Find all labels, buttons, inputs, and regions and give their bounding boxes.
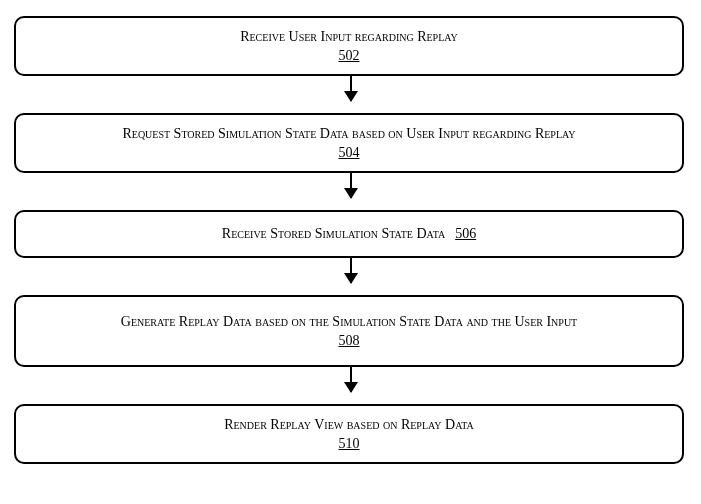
step-label: Receive Stored Simulation State Data: [222, 226, 445, 241]
step-line: Receive Stored Simulation State Data 506: [222, 224, 476, 243]
flowchart-arrow-502-504: [350, 76, 352, 101]
step-number: 506: [455, 226, 476, 241]
flowchart-arrow-504-506: [350, 173, 352, 198]
step-label: Generate Replay Data based on the Simula…: [121, 313, 577, 331]
flowchart-arrow-506-508: [350, 258, 352, 283]
step-number: 508: [339, 333, 360, 349]
flowchart-arrow-508-510: [350, 367, 352, 392]
flowchart-step-504: Request Stored Simulation State Data bas…: [14, 113, 684, 173]
step-number: 502: [339, 48, 360, 64]
flowchart-step-510: Render Replay View based on Replay Data …: [14, 404, 684, 464]
flowchart-step-506: Receive Stored Simulation State Data 506: [14, 210, 684, 258]
flowchart-step-502: Receive User Input regarding Replay 502: [14, 16, 684, 76]
step-label: Request Stored Simulation State Data bas…: [122, 125, 575, 143]
flowchart-step-508: Generate Replay Data based on the Simula…: [14, 295, 684, 367]
flowchart-canvas: Receive User Input regarding Replay 502 …: [0, 0, 701, 504]
step-label: Render Replay View based on Replay Data: [224, 416, 474, 434]
step-label: Receive User Input regarding Replay: [240, 28, 458, 46]
step-number: 510: [339, 436, 360, 452]
step-number: 504: [339, 145, 360, 161]
